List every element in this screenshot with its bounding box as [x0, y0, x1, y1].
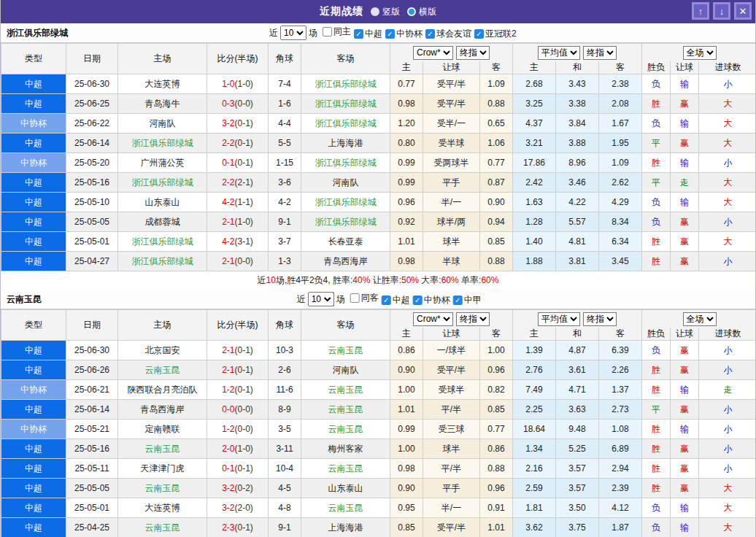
halftime-score: (1-0) — [235, 79, 253, 89]
match-row: 中超 25-05-01 大连英博 3-2(2-0) 4-8 云南玉昆 0.95 … — [1, 498, 756, 518]
match-row: 中协杯 25-06-21 陕西联合月亮泊队 1-2(0-1) 11-6 云南玉昆… — [1, 380, 756, 400]
away-team: 河南队 — [301, 360, 390, 380]
result-handicap: 赢 — [671, 212, 699, 232]
away-team: 浙江俱乐部绿城 — [301, 193, 390, 212]
checkbox-checked-icon[interactable]: ✓ — [474, 29, 484, 39]
fulltime-score: 0-3 — [222, 98, 234, 109]
home-team: 云南玉昆 — [118, 479, 207, 498]
match-score: 4-2(3-1) — [207, 232, 269, 252]
filter-checkbox[interactable]: ✓中超 — [382, 294, 410, 306]
filter-checkbox[interactable]: ✓球会友谊 — [425, 28, 471, 40]
match-date: 25-05-01 — [66, 232, 118, 252]
fulltime-score: 2-2 — [222, 177, 234, 188]
scope-select[interactable]: 全场 — [683, 312, 717, 326]
odds-time-select[interactable]: 终指 — [456, 46, 490, 60]
summary-part: 近 — [258, 275, 266, 285]
avg-odds-home: 2.59 — [513, 479, 556, 498]
filter-checkbox[interactable]: 同客 — [350, 292, 379, 304]
team-name: 浙江俱乐部绿城 — [1, 27, 68, 39]
result-goals: 小 — [699, 74, 756, 94]
result-handicap: 赢 — [671, 252, 699, 271]
odds-time-select[interactable]: 终指 — [456, 312, 490, 326]
avg-time-select[interactable]: 终指 — [583, 46, 617, 60]
fulltime-score: 1-2 — [222, 424, 234, 434]
handicap-odds-home: 0.85 — [390, 518, 423, 537]
scope-select[interactable]: 全场 — [683, 46, 717, 60]
close-button[interactable]: ✕ — [734, 2, 752, 20]
result-goals: 大 — [699, 498, 756, 518]
halftime-score: (0-2) — [235, 483, 253, 493]
checkbox-checked-icon[interactable]: ✓ — [453, 295, 463, 305]
handicap-line: 半球 — [423, 252, 480, 271]
halftime-score: (1-0) — [235, 444, 253, 454]
avg-source-select[interactable]: 平均值 — [538, 312, 580, 326]
match-date: 25-05-16 — [66, 173, 118, 193]
avg-odds-draw: 3.57 — [556, 479, 599, 498]
checkbox-checked-icon[interactable]: ✓ — [354, 29, 363, 39]
recent-count-select[interactable]: 10 — [280, 26, 306, 40]
result-handicap: 赢 — [671, 94, 699, 114]
avg-odds-draw: 3.88 — [556, 134, 599, 153]
view-mode-vertical[interactable]: 竖版 — [371, 6, 400, 18]
avg-odds-away: 2.08 — [599, 94, 642, 114]
avg-odds-draw: 4.87 — [556, 341, 599, 360]
odds-source-select[interactable]: Crow* — [413, 46, 453, 60]
col-header-goals: 进球数 — [699, 328, 756, 341]
result-goals: 大 — [699, 134, 756, 153]
checkbox-unchecked-icon[interactable] — [323, 27, 332, 36]
corner-score: 4-5 — [269, 479, 301, 498]
checkbox-checked-icon[interactable]: ✓ — [413, 295, 423, 305]
summary-part: 60% — [441, 275, 459, 285]
match-score: 1-2(0-1) — [207, 380, 269, 400]
handicap-odds-home: 0.77 — [390, 74, 423, 94]
avg-source-select[interactable]: 平均值 — [538, 46, 580, 60]
avg-odds-draw: 4.71 — [556, 380, 599, 400]
handicap-line: 一/球半 — [423, 341, 480, 360]
handicap-line: 受平/半 — [423, 74, 480, 94]
handicap-line: 受平/半 — [423, 360, 480, 380]
handicap-odds-home: 1.00 — [390, 380, 423, 400]
handicap-line: 球半/两 — [423, 212, 480, 232]
halftime-score: (0-0) — [235, 404, 253, 414]
match-type-badge: 中超 — [1, 498, 66, 518]
filter-checkbox-label: 中超 — [393, 294, 410, 306]
checkbox-checked-icon[interactable]: ✓ — [382, 295, 391, 305]
filter-checkbox[interactable]: ✓中超 — [354, 28, 382, 40]
filter-checkbox[interactable]: ✓中协杯 — [385, 28, 423, 40]
recent-results-window: 近期战绩 竖版 横版 ↑ ↓ ✕ 浙江俱乐部绿城 近 10 场 同主✓中超✓中协… — [1, 0, 755, 537]
avg-odds-away: 2.26 — [599, 360, 642, 380]
handicap-line: 受两球半 — [423, 153, 480, 173]
move-down-button[interactable]: ↓ — [713, 2, 730, 20]
radio-unselected-icon[interactable] — [371, 7, 379, 16]
filter-checkbox[interactable]: ✓中甲 — [453, 294, 482, 306]
view-mode-horizontal[interactable]: 横版 — [407, 6, 436, 18]
checkbox-checked-icon[interactable]: ✓ — [425, 29, 435, 39]
avg-time-select[interactable]: 终指 — [583, 312, 617, 326]
col-header-date: 日期 — [66, 44, 118, 74]
radio-selected-icon[interactable] — [407, 7, 416, 16]
move-up-button[interactable]: ↑ — [692, 2, 709, 20]
avg-odds-home: 4.37 — [513, 114, 556, 134]
recent-count-select[interactable]: 10 — [308, 292, 334, 306]
handicap-odds-away: 0.82 — [480, 380, 513, 400]
col-header-corner: 角球 — [269, 310, 301, 341]
col-header-wdl: 胜负 — [642, 61, 671, 74]
result-goals: 大 — [699, 173, 756, 193]
corner-score: 1-3 — [269, 252, 301, 271]
filter-checkbox[interactable]: 同主 — [323, 26, 351, 38]
result-win-draw-loss: 负 — [642, 74, 671, 94]
handicap-odds-away: 0.96 — [480, 360, 513, 380]
summary-part: 10 — [266, 275, 276, 285]
result-goals: 小 — [699, 400, 756, 420]
filter-checkbox-label: 中超 — [365, 28, 382, 40]
filter-checkbox[interactable]: ✓中协杯 — [413, 294, 450, 306]
fulltime-score: 2-1 — [222, 256, 234, 266]
filter-checkbox[interactable]: ✓亚冠联2 — [474, 28, 517, 40]
checkbox-unchecked-icon[interactable] — [350, 293, 360, 303]
handicap-line: 球半 — [423, 439, 480, 459]
checkbox-checked-icon[interactable]: ✓ — [385, 29, 395, 39]
result-goals: 走 — [699, 380, 756, 400]
filters: 近 10 场 同主✓中超✓中协杯✓球会友谊✓亚冠联2 — [269, 26, 517, 41]
handicap-line: 平/半 — [423, 459, 480, 479]
odds-source-select[interactable]: Crow* — [413, 312, 453, 326]
